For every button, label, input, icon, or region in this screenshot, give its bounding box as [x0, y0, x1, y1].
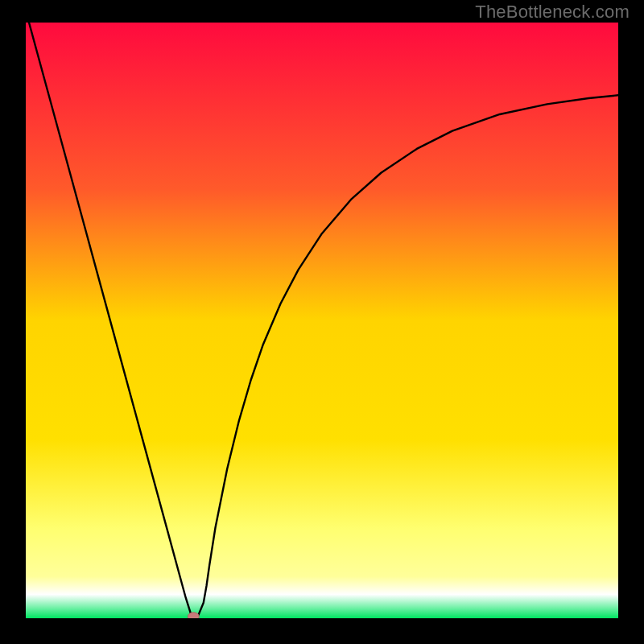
- watermark-label: TheBottleneck.com: [475, 2, 630, 23]
- gradient-background: [26, 23, 618, 618]
- app-frame: TheBottleneck.com: [0, 0, 644, 644]
- chart-plot-area: [26, 23, 618, 618]
- minimum-marker: [188, 613, 199, 618]
- chart-svg: [26, 23, 618, 618]
